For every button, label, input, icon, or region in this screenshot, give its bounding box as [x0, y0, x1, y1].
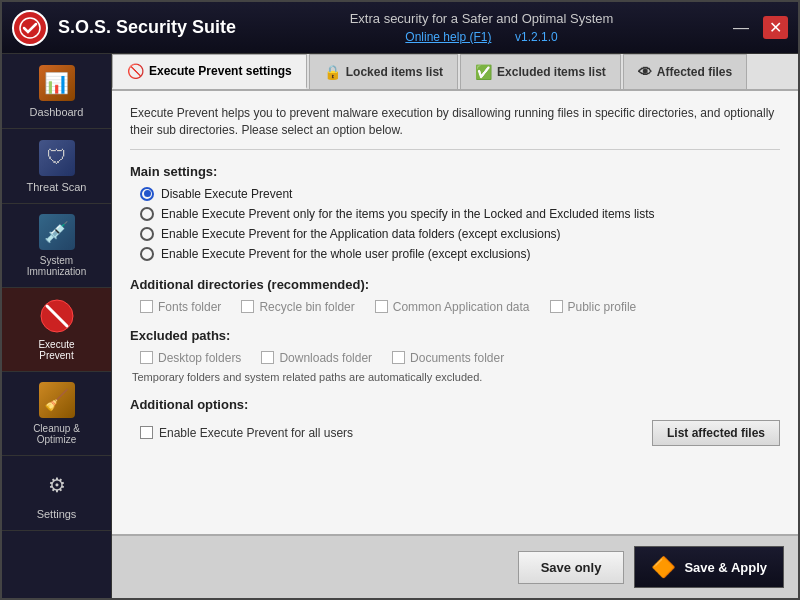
tab-locked-items[interactable]: 🔒 Locked items list — [309, 54, 458, 89]
tab-label-locked-items: Locked items list — [346, 65, 443, 79]
radio-app-data-label: Enable Execute Prevent for the Applicati… — [161, 227, 561, 241]
app-logo — [12, 10, 48, 46]
excluded-paths-section: Excluded paths: Desktop folders Download… — [130, 328, 780, 383]
help-link[interactable]: Online help (F1) — [405, 30, 491, 44]
tab-affected-files[interactable]: 👁 Affected files — [623, 54, 747, 89]
checkbox-fonts — [140, 300, 153, 313]
threat-scan-icon: 🛡 — [39, 140, 75, 176]
app-title: S.O.S. Security Suite — [58, 17, 236, 38]
sidebar-item-system-immunization[interactable]: 💉 SystemImmunization — [2, 204, 111, 288]
check-all-users-label: Enable Execute Prevent for all users — [159, 426, 353, 440]
radio-locked-excluded[interactable]: Enable Execute Prevent only for the item… — [140, 207, 780, 221]
check-all-users[interactable]: Enable Execute Prevent for all users — [140, 426, 353, 440]
additional-dirs-section: Additional directories (recommended): Fo… — [130, 277, 780, 314]
content-area: 🚫 Execute Prevent settings 🔒 Locked item… — [112, 54, 798, 598]
sidebar: 📊 Dashboard 🛡 Threat Scan 💉 SystemImmuni… — [2, 54, 112, 598]
excluded-paths-title: Excluded paths: — [130, 328, 780, 343]
save-apply-button[interactable]: 🔶 Save & Apply — [634, 546, 784, 588]
tab-label-affected-files: Affected files — [657, 65, 732, 79]
check-documents-label: Documents folder — [410, 351, 504, 365]
system-immunization-icon: 💉 — [39, 214, 75, 250]
cleanup-optimize-icon: 🧹 — [39, 382, 75, 418]
check-downloads-label: Downloads folder — [279, 351, 372, 365]
tab-execute-prevent-settings[interactable]: 🚫 Execute Prevent settings — [112, 54, 307, 89]
check-desktop-label: Desktop folders — [158, 351, 241, 365]
version-label: v1.2.1.0 — [515, 30, 558, 44]
save-apply-icon: 🔶 — [651, 555, 676, 579]
sidebar-label-system-immunization: SystemImmunization — [27, 255, 86, 277]
sidebar-label-threat-scan: Threat Scan — [27, 181, 87, 193]
radio-disable-label: Disable Execute Prevent — [161, 187, 292, 201]
panel-description: Execute Prevent helps you to prevent mal… — [130, 105, 780, 150]
tab-label-execute-prevent: Execute Prevent settings — [149, 64, 292, 78]
check-public: Public profile — [550, 300, 637, 314]
radio-group: Disable Execute Prevent Enable Execute P… — [130, 187, 780, 261]
sidebar-label-settings: Settings — [37, 508, 77, 520]
check-downloads: Downloads folder — [261, 351, 372, 365]
tabs-bar: 🚫 Execute Prevent settings 🔒 Locked item… — [112, 54, 798, 91]
radio-locked-excluded-circle — [140, 207, 154, 221]
footer: Save only 🔶 Save & Apply — [112, 534, 798, 598]
titlebar-center: Extra security for a Safer and Optimal S… — [350, 11, 614, 44]
checkbox-all-users[interactable] — [140, 426, 153, 439]
checkbox-downloads — [261, 351, 274, 364]
check-common-app-label: Common Application data — [393, 300, 530, 314]
excluded-items-tab-icon: ✅ — [475, 64, 492, 80]
execute-prevent-tab-icon: 🚫 — [127, 63, 144, 79]
check-fonts: Fonts folder — [140, 300, 221, 314]
radio-user-profile[interactable]: Enable Execute Prevent for the whole use… — [140, 247, 780, 261]
checkbox-common-app — [375, 300, 388, 313]
main-settings-title: Main settings: — [130, 164, 780, 179]
check-public-label: Public profile — [568, 300, 637, 314]
sidebar-label-execute-prevent: ExecutePrevent — [38, 339, 74, 361]
list-affected-files-button[interactable]: List affected files — [652, 420, 780, 446]
radio-app-data[interactable]: Enable Execute Prevent for the Applicati… — [140, 227, 780, 241]
check-fonts-label: Fonts folder — [158, 300, 221, 314]
sidebar-item-settings[interactable]: ⚙ Settings — [2, 456, 111, 531]
affected-files-tab-icon: 👁 — [638, 64, 652, 80]
radio-user-profile-circle — [140, 247, 154, 261]
radio-locked-excluded-label: Enable Execute Prevent only for the item… — [161, 207, 655, 221]
additional-options-row: Enable Execute Prevent for all users Lis… — [130, 420, 780, 446]
checkbox-desktop — [140, 351, 153, 364]
checkbox-documents — [392, 351, 405, 364]
additional-dirs-checkboxes: Fonts folder Recycle bin folder Common A… — [130, 300, 780, 314]
main-window: S.O.S. Security Suite Extra security for… — [0, 0, 800, 600]
excluded-note: Temporary folders and system related pat… — [130, 371, 780, 383]
sidebar-item-execute-prevent[interactable]: ExecutePrevent — [2, 288, 111, 372]
check-common-app: Common Application data — [375, 300, 530, 314]
panel-content: Execute Prevent helps you to prevent mal… — [112, 91, 798, 534]
check-documents: Documents folder — [392, 351, 504, 365]
radio-user-profile-label: Enable Execute Prevent for the whole use… — [161, 247, 531, 261]
sidebar-item-threat-scan[interactable]: 🛡 Threat Scan — [2, 129, 111, 204]
additional-options-section: Additional options: Enable Execute Preve… — [130, 397, 780, 446]
minimize-button[interactable]: — — [727, 17, 755, 39]
check-desktop: Desktop folders — [140, 351, 241, 365]
save-only-button[interactable]: Save only — [518, 551, 625, 584]
sidebar-label-dashboard: Dashboard — [30, 106, 84, 118]
dashboard-icon: 📊 — [39, 65, 75, 101]
settings-icon: ⚙ — [39, 467, 75, 503]
tab-label-excluded-items: Excluded items list — [497, 65, 606, 79]
tagline: Extra security for a Safer and Optimal S… — [350, 11, 614, 26]
radio-app-data-circle — [140, 227, 154, 241]
checkbox-public — [550, 300, 563, 313]
execute-prevent-icon — [39, 298, 75, 334]
radio-disable[interactable]: Disable Execute Prevent — [140, 187, 780, 201]
sidebar-item-dashboard[interactable]: 📊 Dashboard — [2, 54, 111, 129]
radio-disable-circle — [140, 187, 154, 201]
checkbox-recycle — [241, 300, 254, 313]
sidebar-item-cleanup-optimize[interactable]: 🧹 Cleanup &Optimize — [2, 372, 111, 456]
close-button[interactable]: ✕ — [763, 16, 788, 39]
check-recycle-label: Recycle bin folder — [259, 300, 354, 314]
save-apply-label: Save & Apply — [684, 560, 767, 575]
additional-options-title: Additional options: — [130, 397, 780, 412]
tab-excluded-items[interactable]: ✅ Excluded items list — [460, 54, 621, 89]
sidebar-label-cleanup-optimize: Cleanup &Optimize — [33, 423, 80, 445]
locked-items-tab-icon: 🔒 — [324, 64, 341, 80]
main-content: 📊 Dashboard 🛡 Threat Scan 💉 SystemImmuni… — [2, 54, 798, 598]
titlebar-controls: — ✕ — [727, 16, 788, 39]
check-recycle: Recycle bin folder — [241, 300, 354, 314]
excluded-paths-checkboxes: Desktop folders Downloads folder Documen… — [130, 351, 780, 365]
titlebar: S.O.S. Security Suite Extra security for… — [2, 2, 798, 54]
